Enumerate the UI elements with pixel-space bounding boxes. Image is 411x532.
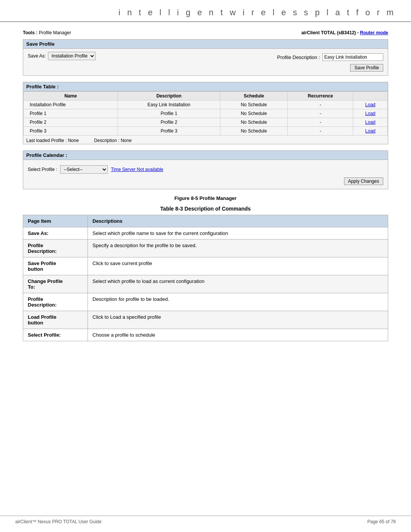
table-row: Profile 3 Profile 3 No Schedule - Load [24,127,388,136]
header-title: i n t e l l i g e n t w i r e l e s s p … [15,8,396,18]
save-profile-button[interactable]: Save Profile [350,64,383,72]
row3-action: Load [353,127,388,136]
time-server-link[interactable]: Time Server Not available [111,167,163,172]
desc-value: None [121,138,132,143]
desc-item-4: ProfileDescription: [23,293,88,311]
table-caption: Table 8-3 Description of Commands [23,206,388,212]
desc-desc-4: Description for profile to be loaded. [88,293,388,311]
save-as-select[interactable]: Installation Profile Profile 1 Profile 2… [48,52,96,60]
select-profile-label: Select Profile : [28,167,57,172]
col-action [353,92,388,101]
table-row: Profile 2 Profile 2 No Schedule - Load [24,118,388,127]
desc-row-5: Load Profilebutton Click to Load a speci… [23,311,388,329]
select-profile-dropdown[interactable]: --Select-- Installation Profile Profile … [60,165,108,174]
row2-name: Profile 2 [24,118,118,127]
table-header-row: Name Description Schedule Recurrence [24,92,388,101]
page-header: i n t e l l i g e n t w i r e l e s s p … [0,0,411,22]
table-row: Profile 1 Profile 1 No Schedule - Load [24,109,388,118]
col-description: Description [118,92,220,101]
row0-action: Load [353,101,388,109]
last-loaded-label: Last loaded Profile : None [26,138,79,143]
save-profile-content: Save As: Installation Profile Profile 1 … [23,49,388,75]
profile-calendar-section: Profile Calendar : Select Profile : --Se… [23,150,388,189]
row3-load-link[interactable]: Load [365,128,376,134]
row0-schedule: No Schedule [220,101,288,109]
figure-caption: Figure 8-5 Profile Manager [23,195,388,201]
save-profile-top-row: Save As: Installation Profile Profile 1 … [28,52,383,62]
row1-desc: Profile 1 [118,109,220,118]
row1-recurrence: - [288,109,353,118]
desc-item-5: Load Profilebutton [23,311,88,329]
profile-table-content: Name Description Schedule Recurrence Ins… [23,91,388,144]
desc-desc-1: Specify a description for the profile to… [88,240,388,257]
save-profile-section: Save Profile Save As: Installation Profi… [23,39,388,76]
desc-row-0: Save As: Select which profile name to sa… [23,227,388,240]
row3-recurrence: - [288,127,353,136]
last-loaded-value: None [68,138,79,143]
row2-schedule: No Schedule [220,118,288,127]
last-loaded-row: Last loaded Profile : None Description :… [23,136,388,144]
tools-section: Profile Manager [39,30,71,35]
apply-changes-button[interactable]: Apply Changes [344,177,383,185]
page-footer: airClient™ Nexus PRO TOTAL User Guide Pa… [0,516,411,524]
profile-table-header: Profile Table : [23,82,388,91]
apply-btn-row: Apply Changes [28,176,383,186]
profile-calendar-content: Select Profile : --Select-- Installation… [23,160,388,189]
row0-load-link[interactable]: Load [365,102,376,107]
desc-row-6: Select Profile: Choose a profile to sche… [23,329,388,341]
desc-row-3: Change ProfileTo: Select which profile t… [23,275,388,293]
profile-table: Name Description Schedule Recurrence Ins… [23,91,388,136]
profile-desc-label: Profile Description : [277,54,320,60]
device-info: airClient TOTAL (sB3412) - Router mode [301,30,388,35]
desc-label-row: Description : None [94,138,132,143]
desc-row-4: ProfileDescription: Description for prof… [23,293,388,311]
row2-desc: Profile 2 [118,118,220,127]
col-name: Name [24,92,118,101]
tools-bar: Tools : Profile Manager airClient TOTAL … [23,30,388,35]
desc-item-6: Select Profile: [23,329,88,341]
desc-item-0: Save As: [23,227,88,240]
row1-action: Load [353,109,388,118]
row2-recurrence: - [288,118,353,127]
profile-calendar-header: Profile Calendar : [23,151,388,160]
profile-desc-row: Profile Description : [277,53,383,61]
footer-left: airClient™ Nexus PRO TOTAL User Guide [15,519,102,524]
description-table: Page Item Descriptions Save As: Select w… [23,215,388,341]
row3-desc: Profile 3 [118,127,220,136]
profile-table-section: Profile Table : Name Description Schedul… [23,82,388,144]
save-as-label: Save As: [28,53,46,59]
desc-row-2: Save Profilebutton Click to save current… [23,257,388,275]
desc-desc-5: Click to Load a specified profile [88,311,388,329]
desc-col-item: Page Item [23,215,88,227]
desc-desc-0: Select which profile name to save for th… [88,227,388,240]
desc-table-header-row: Page Item Descriptions [23,215,388,227]
row1-load-link[interactable]: Load [365,111,376,116]
device-name: airClient TOTAL (sB3412) [301,30,356,35]
router-mode-link[interactable]: Router mode [360,30,388,35]
desc-item-1: ProfileDescription: [23,240,88,257]
desc-desc-2: Click to save current profile [88,257,388,275]
table-row: Installation Profile Easy Link Installat… [24,101,388,109]
footer-right: Page 65 of 78 [367,519,396,524]
row0-desc: Easy Link Installation [118,101,220,109]
desc-row-1: ProfileDescription: Specify a descriptio… [23,240,388,257]
desc-item-3: Change ProfileTo: [23,275,88,293]
save-profile-button-row: Save Profile [28,62,383,72]
tools-label: Tools : Profile Manager [23,30,71,35]
row1-schedule: No Schedule [220,109,288,118]
desc-col-descriptions: Descriptions [88,215,388,227]
desc-desc-3: Select which profile to load as current … [88,275,388,293]
row1-name: Profile 1 [24,109,118,118]
tools-prefix: Tools : [23,30,37,35]
col-schedule: Schedule [220,92,288,101]
save-as-row: Save As: Installation Profile Profile 1 … [28,52,96,60]
row0-recurrence: - [288,101,353,109]
row2-action: Load [353,118,388,127]
main-content: Tools : Profile Manager airClient TOTAL … [0,30,411,341]
profile-desc-input[interactable] [322,53,383,61]
calendar-select-row: Select Profile : --Select-- Installation… [28,163,383,176]
row3-name: Profile 3 [24,127,118,136]
row2-load-link[interactable]: Load [365,120,376,125]
desc-desc-6: Choose a profile to schedule [88,329,388,341]
save-profile-header: Save Profile [23,40,388,49]
